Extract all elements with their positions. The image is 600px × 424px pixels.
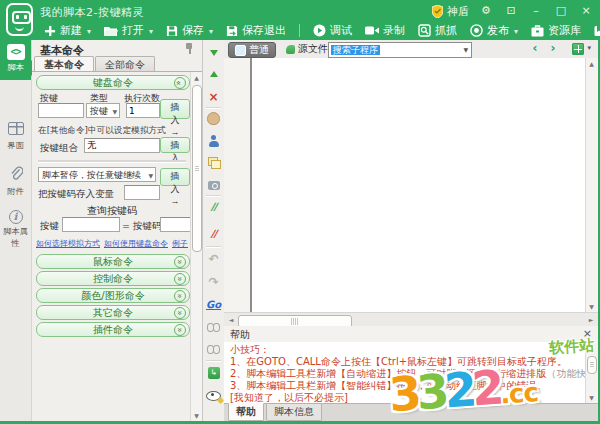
find-next-button[interactable] [205, 340, 222, 357]
publish-button[interactable]: 发布 [470, 23, 518, 38]
dropdown-caret-icon[interactable] [148, 24, 153, 37]
scroll-up-icon[interactable] [586, 58, 597, 69]
delete-line-button[interactable] [205, 88, 222, 105]
comment-slashes-icon [211, 201, 216, 212]
go-label: Go [206, 299, 221, 310]
comment-button[interactable] [205, 198, 222, 215]
store-variable-input[interactable] [124, 185, 160, 200]
dropdown-caret-icon[interactable] [208, 24, 213, 37]
key-input[interactable] [38, 103, 84, 118]
window-title: 我的脚本2-按键精灵 [40, 5, 144, 20]
editor-vertical-scrollbar[interactable] [585, 58, 598, 312]
scrollbar-thumb[interactable] [587, 356, 597, 374]
debug-button[interactable]: 调试 [313, 23, 352, 38]
sidebar-item-script-properties[interactable]: 脚本属性 [0, 206, 31, 246]
copy-lines-button[interactable] [205, 154, 222, 171]
dismiss-tips-link[interactable]: [我知道了，以后不必提示] [230, 392, 598, 403]
highlight-eye-button[interactable] [205, 387, 222, 404]
section-plugin-commands[interactable]: 插件命令 [36, 322, 190, 337]
tab-normal-mode[interactable]: 普通 [228, 42, 276, 58]
section-color-graphic-commands[interactable]: 颜色/图形命令 [36, 288, 190, 303]
section-mouse-commands[interactable]: 鼠标命令 [36, 254, 190, 269]
find-button[interactable] [205, 318, 222, 335]
expand-chevron-icon[interactable] [174, 256, 186, 268]
insert-key-button[interactable]: 插入→ [160, 99, 190, 119]
open-button[interactable]: 打开 [104, 23, 153, 38]
resource-library-button[interactable]: 资源库 [531, 23, 581, 38]
close-icon[interactable] [583, 327, 592, 340]
scroll-left-icon[interactable]: ◄ [225, 314, 237, 326]
tab-source-mode[interactable]: 源文件 [280, 42, 334, 56]
insert-pause-button[interactable]: 插入→ [160, 168, 190, 186]
scroll-up-icon[interactable] [191, 72, 202, 83]
redo-button[interactable] [205, 273, 222, 290]
capture-button[interactable]: 抓抓 [418, 23, 457, 38]
key-combo-input[interactable] [84, 138, 160, 153]
move-line-down-button[interactable] [205, 44, 222, 61]
link-simulation-mode[interactable]: 如何选择模拟方式 [36, 238, 100, 249]
shield-button[interactable]: 神盾 [432, 4, 469, 19]
nav-back-icon[interactable]: ‹ [528, 42, 542, 56]
link-keyboard-usage[interactable]: 如何使用键盘命令 [104, 238, 168, 249]
count-input[interactable] [126, 103, 160, 118]
tab-basic-commands[interactable]: 基本命令 [34, 56, 94, 71]
editor-horizontal-scrollbar[interactable]: ◄ ► [224, 312, 598, 327]
insert-user-button[interactable] [205, 132, 222, 149]
view-grid-icon[interactable] [572, 43, 584, 55]
scrollbar-thumb[interactable] [192, 85, 202, 252]
key-type-select[interactable]: 按键 [86, 103, 120, 118]
scroll-up-icon[interactable] [586, 342, 597, 353]
command-panel-scrollbar[interactable] [190, 72, 202, 421]
section-other-commands[interactable]: 其它命令 [36, 305, 190, 320]
section-keyboard-commands[interactable]: 键盘命令 [36, 75, 190, 90]
scroll-down-icon[interactable] [586, 392, 597, 403]
undo-button[interactable] [205, 250, 222, 267]
goto-button[interactable]: Go [205, 296, 222, 313]
expand-chevron-icon[interactable] [174, 273, 186, 285]
touch-button[interactable] [205, 110, 222, 127]
sidebar-item-ui[interactable]: 界面 [0, 118, 31, 156]
subroutine-search-combobox[interactable]: 搜索子程序 [328, 42, 472, 58]
sidebar-item-script[interactable]: 脚本 [0, 40, 31, 80]
tab-script-info[interactable]: 脚本信息 [266, 404, 322, 421]
boss-panel-icon[interactable]: ⊡ [503, 4, 519, 18]
move-line-up-button[interactable] [205, 66, 222, 83]
nav-forward-icon[interactable]: › [546, 42, 560, 56]
uncomment-button[interactable] [205, 225, 222, 242]
close-button[interactable]: × [578, 4, 594, 18]
collapse-chevron-icon[interactable] [174, 77, 186, 89]
dropdown-caret-icon[interactable] [86, 24, 91, 37]
help-scrollbar[interactable] [585, 342, 598, 403]
dropdown-caret-icon[interactable] [513, 24, 518, 37]
expand-chevron-icon[interactable] [174, 290, 186, 302]
screenshot-button[interactable] [205, 176, 222, 193]
link-example[interactable]: 例子 [172, 238, 188, 249]
section-control-commands[interactable]: 控制命令 [36, 271, 190, 286]
script-window-button[interactable] [205, 364, 222, 381]
scroll-down-icon[interactable] [586, 301, 597, 312]
ui-window-icon [8, 122, 24, 135]
query-key-input[interactable] [62, 217, 120, 232]
expand-chevron-icon[interactable] [174, 324, 186, 336]
tab-all-commands[interactable]: 全部命令 [95, 56, 155, 71]
save-button[interactable]: 保存 [166, 23, 213, 38]
insert-combo-button[interactable]: 插入→ [160, 137, 190, 153]
scroll-down-icon[interactable] [191, 410, 202, 421]
sidebar-item-attachment[interactable]: 附件 [0, 162, 31, 200]
record-button[interactable]: 录制 [365, 23, 405, 38]
tab-help[interactable]: 帮助 [228, 403, 264, 421]
new-button[interactable]: 新建 [44, 23, 91, 38]
settings-gear-icon[interactable]: ⚙ [478, 4, 494, 18]
toolbar-separator [299, 24, 300, 37]
save-exit-button[interactable]: 保存退出 [226, 23, 286, 38]
record-video-icon [365, 25, 379, 36]
expand-chevron-icon[interactable] [174, 307, 186, 319]
scroll-right-icon[interactable]: ► [585, 314, 597, 326]
pin-icon[interactable] [185, 43, 194, 54]
binoculars-icon [207, 323, 220, 331]
script-editor[interactable] [224, 58, 598, 312]
pause-action-select[interactable]: 脚本暂停，按任意键继续 [38, 167, 156, 182]
maximize-button[interactable]: □ [553, 4, 569, 18]
learn-center-button[interactable]: 学习中心 [594, 23, 600, 38]
minimize-button[interactable]: – [528, 4, 544, 18]
